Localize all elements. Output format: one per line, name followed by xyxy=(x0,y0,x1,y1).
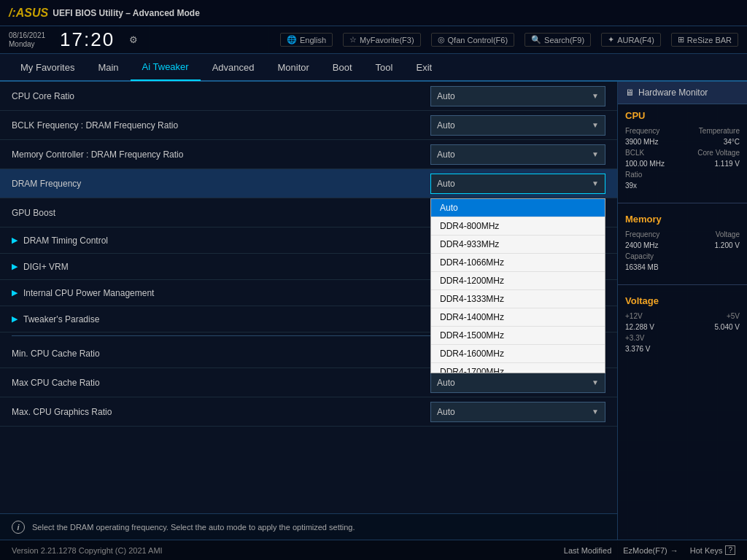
cpu-core-ratio-select[interactable]: Auto ▼ xyxy=(430,86,605,106)
hot-keys-btn[interactable]: Hot Keys ? xyxy=(690,545,735,555)
hw-memory-section: Memory Frequency Voltage 2400 MHz 1.200 … xyxy=(618,208,747,280)
hw-cpu-ratio-value: 39x xyxy=(625,182,637,190)
setting-max-cpu-graphics: Max. CPU Graphics Ratio Auto ▼ xyxy=(0,397,617,427)
hw-cpu-bclk-label: BCLK xyxy=(625,149,644,157)
dropdown-option-1600[interactable]: DDR4-1600MHz xyxy=(431,345,605,363)
hw-mem-volt-label: Voltage xyxy=(716,230,740,238)
aura-label: AURA(F4) xyxy=(617,36,654,44)
nav-my-favorites[interactable]: My Favorites xyxy=(9,53,86,81)
asus-logo-text: /:ASUS xyxy=(9,7,48,20)
hw-cpu-bclk-val-row: 100.00 MHz 1.119 V xyxy=(625,160,740,168)
search-btn[interactable]: 🔍 Search(F9) xyxy=(525,33,591,47)
date-display: 08/16/2021 xyxy=(9,31,45,40)
hw-v33-val-row: 3.376 V xyxy=(625,345,740,353)
memory-controller-label: Memory Controller : DRAM Frequency Ratio xyxy=(12,149,430,160)
status-bar: i Select the DRAM operating frequency. S… xyxy=(0,513,617,540)
memory-controller-select[interactable]: Auto ▼ xyxy=(430,144,605,165)
dropdown-option-1500[interactable]: DDR4-1500MHz xyxy=(431,327,605,345)
hw-voltage-section: Voltage +12V +5V 12.288 V 5.040 V +3.3V … xyxy=(618,289,747,362)
aura-icon: ✦ xyxy=(608,35,614,44)
expand-tweaker-label: Tweaker's Paradise xyxy=(23,314,99,324)
qfan-label: Qfan Control(F6) xyxy=(448,36,508,44)
question-icon: ? xyxy=(725,545,735,555)
hw-cpu-temp-label: Temperature xyxy=(699,127,740,135)
nav-ai-tweaker[interactable]: Ai Tweaker xyxy=(131,53,201,81)
dropdown-option-1700[interactable]: DDR4-1700MHz xyxy=(431,363,605,373)
nav-menu: My Favorites Main Ai Tweaker Advanced Mo… xyxy=(0,54,747,82)
bclk-freq-select[interactable]: Auto ▼ xyxy=(430,115,605,136)
dram-freq-value: Auto xyxy=(437,179,455,189)
time-display: 17:20 xyxy=(60,28,115,51)
setting-bclk-freq: BCLK Frequency : DRAM Frequency Ratio Au… xyxy=(0,111,617,140)
hw-voltage-title: Voltage xyxy=(625,295,740,306)
expand-cpu-power-label: Internal CPU Power Management xyxy=(23,288,154,298)
language-selector[interactable]: 🌐 English xyxy=(280,33,333,47)
nav-boot[interactable]: Boot xyxy=(321,53,364,81)
top-bar: /:ASUS UEFI BIOS Utility – Advanced Mode xyxy=(0,0,747,26)
hw-v5-label: +5V xyxy=(727,312,740,320)
hw-mem-freq-value: 2400 MHz xyxy=(625,241,659,249)
max-cpu-cache-control: Auto ▼ xyxy=(430,373,605,393)
max-cpu-graphics-value: Auto xyxy=(437,407,455,417)
bios-title: UEFI BIOS Utility – Advanced Mode xyxy=(53,8,200,18)
nav-ai-tweaker-label: Ai Tweaker xyxy=(142,61,189,72)
memory-controller-control: Auto ▼ xyxy=(430,144,605,165)
hw-cpu-ratio-val-row: 39x xyxy=(625,182,740,190)
hw-memory-title: Memory xyxy=(625,214,740,225)
expand-digi-label: DIGI+ VRM xyxy=(23,262,69,272)
cpu-core-ratio-arrow: ▼ xyxy=(592,92,599,100)
nav-tool[interactable]: Tool xyxy=(364,53,405,81)
nav-monitor[interactable]: Monitor xyxy=(266,53,321,81)
globe-icon: 🌐 xyxy=(287,35,297,44)
nav-main-label: Main xyxy=(98,62,118,73)
language-label: English xyxy=(300,36,326,44)
asus-logo: /:ASUS UEFI BIOS Utility – Advanced Mode xyxy=(9,7,200,20)
aura-btn[interactable]: ✦ AURA(F4) xyxy=(601,33,661,47)
nav-my-favorites-label: My Favorites xyxy=(20,62,74,73)
hw-mem-freq-row: Frequency Voltage xyxy=(625,230,740,238)
dropdown-option-1333[interactable]: DDR4-1333MHz xyxy=(431,290,605,308)
max-cpu-cache-select[interactable]: Auto ▼ xyxy=(430,373,605,393)
dropdown-option-933[interactable]: DDR4-933MHz xyxy=(431,236,605,254)
my-favorite-btn[interactable]: ☆ MyFavorite(F3) xyxy=(343,33,421,47)
dropdown-option-800[interactable]: DDR4-800MHz xyxy=(431,217,605,236)
nav-advanced[interactable]: Advanced xyxy=(201,53,266,81)
resize-bar-btn[interactable]: ⊞ ReSize BAR xyxy=(671,33,738,47)
resize-icon: ⊞ xyxy=(678,35,684,44)
nav-tool-label: Tool xyxy=(376,62,393,73)
max-cpu-graphics-select[interactable]: Auto ▼ xyxy=(430,402,605,422)
ez-mode-btn[interactable]: EzMode(F7) → xyxy=(623,546,678,555)
nav-monitor-label: Monitor xyxy=(278,62,309,73)
hw-cpu-temp-value: 34°C xyxy=(724,138,740,146)
nav-main[interactable]: Main xyxy=(86,53,130,81)
hw-cpu-corevolt-label: Core Voltage xyxy=(697,149,740,157)
version-text: Version 2.21.1278 Copyright (C) 2021 AMI xyxy=(12,546,163,555)
dram-freq-select[interactable]: Auto ▼ xyxy=(430,174,605,194)
hw-divider-2 xyxy=(618,284,747,285)
dropdown-option-1200[interactable]: DDR4-1200MHz xyxy=(431,272,605,290)
main-content: CPU Core Ratio Auto ▼ BCLK Frequency : D… xyxy=(0,82,747,560)
last-modified-btn[interactable]: Last Modified xyxy=(564,546,611,555)
hw-cpu-bclk-row: BCLK Core Voltage xyxy=(625,149,740,157)
dram-freq-dropdown: Auto DDR4-800MHz DDR4-933MHz DDR4-1066MH… xyxy=(430,198,605,373)
qfan-btn[interactable]: ◎ Qfan Control(F6) xyxy=(431,33,515,47)
nav-advanced-label: Advanced xyxy=(212,62,255,73)
hw-v33-value: 3.376 V xyxy=(625,345,650,353)
datetime-bar: 08/16/2021 Monday 17:20 ⚙ 🌐 English ☆ My… xyxy=(0,26,747,54)
hw-cpu-title: CPU xyxy=(625,110,740,121)
cpu-core-ratio-label: CPU Core Ratio xyxy=(12,91,430,101)
dropdown-option-1400[interactable]: DDR4-1400MHz xyxy=(431,308,605,327)
hw-title: Hardware Monitor xyxy=(638,88,708,98)
hw-v12-label: +12V xyxy=(625,312,643,320)
right-panel: 🖥 Hardware Monitor CPU Frequency Tempera… xyxy=(617,82,747,560)
nav-exit[interactable]: Exit xyxy=(404,53,444,81)
hw-v33-row: +3.3V xyxy=(625,334,740,342)
expand-tweaker-icon: ▶ xyxy=(12,314,18,324)
bclk-freq-value: Auto xyxy=(437,120,455,131)
dropdown-option-auto[interactable]: Auto xyxy=(431,199,605,217)
fan-icon: ◎ xyxy=(438,35,445,44)
settings-icon[interactable]: ⚙ xyxy=(129,34,138,45)
hw-cpu-freq-label: Frequency xyxy=(625,127,659,135)
dropdown-option-1066[interactable]: DDR4-1066MHz xyxy=(431,254,605,272)
setting-cpu-core-ratio: CPU Core Ratio Auto ▼ xyxy=(0,82,617,111)
